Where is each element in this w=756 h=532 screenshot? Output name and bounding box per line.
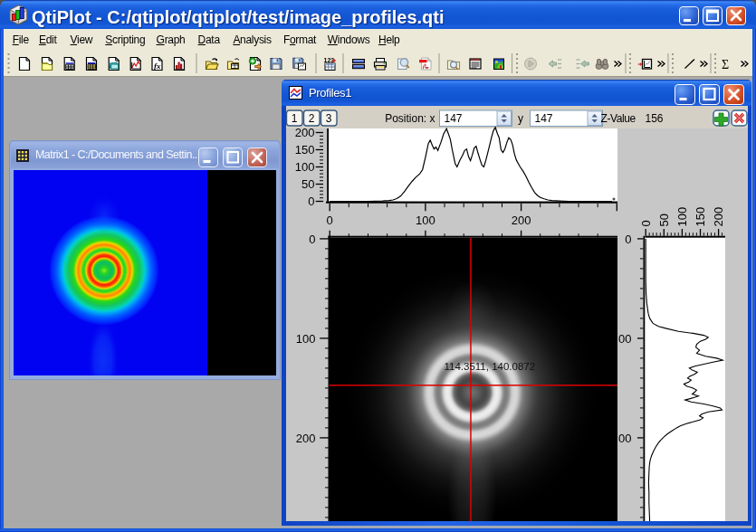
svg-text:100: 100 xyxy=(416,214,435,227)
svg-text:fx: fx xyxy=(154,62,161,71)
svg-text:200: 200 xyxy=(294,126,314,139)
svg-text:00: 00 xyxy=(618,331,631,345)
svg-text:147: 147 xyxy=(534,112,552,125)
svg-text:200: 200 xyxy=(712,206,725,226)
svg-text:0: 0 xyxy=(309,232,315,245)
svg-text:3: 3 xyxy=(325,112,331,125)
svg-text:0: 0 xyxy=(638,220,652,226)
svg-text:123: 123 xyxy=(324,57,335,63)
svg-text:Z-Value: Z-Value xyxy=(600,112,636,125)
svg-text:0: 0 xyxy=(625,232,631,245)
svg-text:Σ: Σ xyxy=(722,58,729,71)
svg-text:200: 200 xyxy=(511,214,531,227)
svg-text:00: 00 xyxy=(618,431,631,444)
svg-text:147: 147 xyxy=(444,112,462,125)
svg-text:114.3511, 140.0872: 114.3511, 140.0872 xyxy=(444,361,535,372)
svg-text:200: 200 xyxy=(295,431,315,444)
svg-text:50: 50 xyxy=(301,177,314,191)
svg-text:Position: x: Position: x xyxy=(385,112,435,125)
svg-text:100: 100 xyxy=(675,206,689,226)
svg-text:0: 0 xyxy=(308,194,314,207)
svg-text:150: 150 xyxy=(294,143,314,157)
svg-text:50: 50 xyxy=(657,214,671,226)
svg-text:100: 100 xyxy=(294,160,314,174)
svg-text:1: 1 xyxy=(291,112,297,125)
svg-text:150: 150 xyxy=(694,206,707,226)
svg-text:2: 2 xyxy=(308,112,314,125)
svg-text:156: 156 xyxy=(645,112,663,125)
svg-text:0: 0 xyxy=(326,214,332,227)
svg-text:y: y xyxy=(518,112,523,125)
svg-text:100: 100 xyxy=(295,331,315,345)
